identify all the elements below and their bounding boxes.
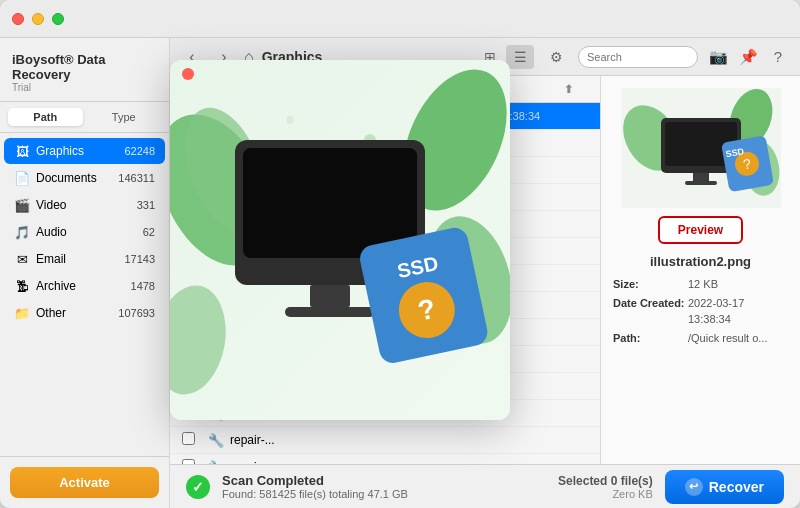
scan-complete-text: Scan Completed Found: 581425 file(s) tot…	[222, 473, 408, 500]
overlay-close-button[interactable]	[182, 68, 194, 80]
tab-path[interactable]: Path	[8, 108, 83, 126]
svg-rect-6	[693, 173, 709, 181]
table-row[interactable]: 🔧 repair-...	[170, 427, 600, 454]
filter-button[interactable]: ⚙	[542, 45, 570, 69]
preview-filename: illustration2.png	[650, 254, 751, 269]
list-view-button[interactable]: ☰	[506, 45, 534, 69]
sidebar-count-email: 17143	[124, 253, 155, 265]
table-row[interactable]: 🔧 repair-...	[170, 454, 600, 464]
path-value: /Quick result o...	[688, 331, 767, 346]
svg-rect-24	[310, 285, 350, 307]
archive-icon: 🗜	[14, 278, 30, 294]
audio-icon: 🎵	[14, 224, 30, 240]
sidebar-count-other: 107693	[118, 307, 155, 319]
camera-icon[interactable]: 📷	[706, 45, 730, 69]
sidebar-item-other[interactable]: 📁 Other 107693	[4, 300, 165, 326]
sidebar-count-video: 331	[137, 199, 155, 211]
sidebar-list: 🖼 Graphics 62248 📄 Documents 146311 🎬 Vi…	[0, 133, 169, 456]
sidebar-label-audio: Audio	[36, 225, 143, 239]
graphics-icon: 🖼	[14, 143, 30, 159]
search-input[interactable]	[578, 46, 698, 68]
preview-image-container: ? SSD	[621, 88, 781, 208]
scan-detail: Found: 581425 file(s) totaling 47.1 GB	[222, 488, 408, 500]
sidebar-item-archive[interactable]: 🗜 Archive 1478	[4, 273, 165, 299]
svg-rect-7	[685, 181, 717, 185]
other-icon: 📁	[14, 305, 30, 321]
recover-label: Recover	[709, 479, 764, 495]
sidebar-item-audio[interactable]: 🎵 Audio 62	[4, 219, 165, 245]
app-window: iBoysoft® Data Recovery Trial Path Type …	[0, 0, 800, 508]
path-label: Path:	[613, 331, 688, 346]
sidebar-item-email[interactable]: ✉ Email 17143	[4, 246, 165, 272]
email-icon: ✉	[14, 251, 30, 267]
video-icon: 🎬	[14, 197, 30, 213]
pin-icon[interactable]: 📌	[736, 45, 760, 69]
sidebar-label-archive: Archive	[36, 279, 131, 293]
sidebar-item-graphics[interactable]: 🖼 Graphics 62248	[4, 138, 165, 164]
header-action-col: ⬆	[564, 82, 588, 96]
sidebar-footer: Activate	[0, 456, 169, 508]
recover-button[interactable]: ↩ Recover	[665, 470, 784, 504]
preview-panel: ? SSD Preview illustration2.png Size: 12…	[600, 76, 800, 464]
preview-meta: Size: 12 KB Date Created: 2022-03-17 13:…	[613, 277, 788, 351]
maximize-button[interactable]	[52, 13, 64, 25]
sidebar-label-documents: Documents	[36, 171, 118, 185]
sidebar-count-documents: 146311	[118, 172, 155, 184]
sidebar-tabs: Path Type	[0, 102, 169, 133]
selected-count: Selected 0 file(s)	[558, 474, 653, 488]
sidebar-count-archive: 1478	[131, 280, 155, 292]
sidebar-label-email: Email	[36, 252, 124, 266]
date-value: 2022-03-17 13:38:34	[688, 296, 788, 327]
documents-icon: 📄	[14, 170, 30, 186]
sidebar-item-documents[interactable]: 📄 Documents 146311	[4, 165, 165, 191]
meta-date-row: Date Created: 2022-03-17 13:38:34	[613, 296, 788, 327]
app-trial: Trial	[12, 82, 157, 93]
minimize-button[interactable]	[32, 13, 44, 25]
sidebar: iBoysoft® Data Recovery Trial Path Type …	[0, 38, 170, 508]
sidebar-count-audio: 62	[143, 226, 155, 238]
preview-overlay: SSD ?	[170, 60, 510, 420]
sidebar-label-video: Video	[36, 198, 137, 212]
sidebar-item-video[interactable]: 🎬 Video 331	[4, 192, 165, 218]
selected-info: Selected 0 file(s) Zero KB	[558, 474, 653, 500]
scan-complete-icon: ✓	[186, 475, 210, 499]
tab-type[interactable]: Type	[87, 108, 162, 126]
sidebar-label-other: Other	[36, 306, 118, 320]
size-label: Size:	[613, 277, 688, 292]
scan-label: Scan Completed	[222, 473, 408, 488]
file-name-12: repair-...	[226, 433, 358, 447]
preview-thumbnail: ? SSD	[621, 88, 781, 208]
close-button[interactable]	[12, 13, 24, 25]
sidebar-header: iBoysoft® Data Recovery Trial	[0, 38, 169, 102]
preview-button[interactable]: Preview	[658, 216, 743, 244]
svg-point-19	[286, 116, 294, 124]
preview-large-image: SSD ?	[170, 60, 510, 420]
activate-button[interactable]: Activate	[10, 467, 159, 498]
sidebar-count-graphics: 62248	[124, 145, 155, 157]
help-icon[interactable]: ?	[766, 45, 790, 69]
svg-rect-25	[285, 307, 375, 317]
sidebar-label-graphics: Graphics	[36, 144, 124, 158]
app-name: iBoysoft® Data Recovery	[12, 52, 157, 82]
toolbar-icons: 📷 📌 ?	[706, 45, 790, 69]
meta-path-row: Path: /Quick result o...	[613, 331, 788, 346]
recover-icon: ↩	[685, 478, 703, 496]
file-type-icon-12: 🔧	[206, 433, 226, 448]
date-label: Date Created:	[613, 296, 688, 327]
selected-size: Zero KB	[558, 488, 653, 500]
size-value: 12 KB	[688, 277, 718, 292]
status-bar: ✓ Scan Completed Found: 581425 file(s) t…	[170, 464, 800, 508]
titlebar	[0, 0, 800, 38]
meta-size-row: Size: 12 KB	[613, 277, 788, 292]
